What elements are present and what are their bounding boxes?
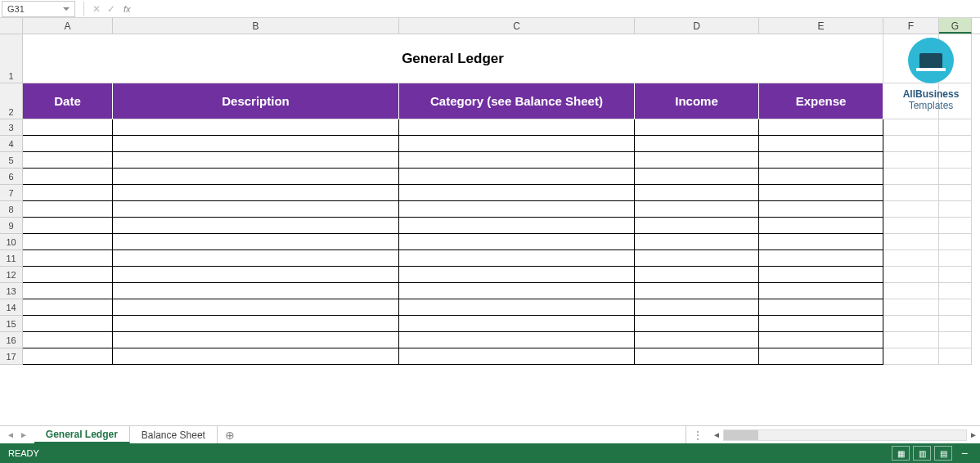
fx-label[interactable]: fx — [124, 4, 131, 14]
cell[interactable] — [635, 299, 759, 316]
scroll-left-icon[interactable]: ◄ — [710, 430, 723, 439]
cell[interactable] — [23, 152, 113, 169]
chevron-down-icon[interactable] — [63, 7, 70, 11]
cell[interactable] — [399, 136, 635, 152]
cell[interactable] — [23, 119, 113, 136]
header-category[interactable]: Category (see Balance Sheet) — [399, 83, 635, 119]
cell[interactable] — [113, 136, 399, 152]
row-header[interactable]: 4 — [0, 136, 23, 152]
cell[interactable] — [759, 152, 883, 169]
cell[interactable] — [635, 136, 759, 152]
cell[interactable] — [113, 201, 399, 218]
cell[interactable] — [635, 332, 759, 348]
cell[interactable] — [883, 119, 939, 136]
cell[interactable] — [883, 299, 939, 316]
column-header[interactable]: F — [883, 18, 939, 34]
cell[interactable] — [883, 152, 939, 169]
cell[interactable] — [883, 332, 939, 348]
cell[interactable] — [939, 218, 972, 234]
cell[interactable] — [23, 218, 113, 234]
cell[interactable] — [759, 201, 883, 218]
cell[interactable] — [939, 250, 972, 267]
cancel-formula-icon[interactable]: ✕ — [89, 3, 104, 15]
cell[interactable] — [883, 234, 939, 250]
cell[interactable] — [113, 299, 399, 316]
page-layout-view-icon[interactable]: ▥ — [913, 446, 931, 461]
row-header[interactable]: 6 — [0, 169, 23, 185]
cell[interactable] — [399, 169, 635, 185]
column-header[interactable]: E — [759, 18, 883, 34]
tab-prev-icon[interactable]: ◄ — [7, 430, 15, 439]
row-header[interactable]: 12 — [0, 267, 23, 283]
cell[interactable] — [883, 185, 939, 201]
cell[interactable] — [113, 218, 399, 234]
cell[interactable] — [759, 169, 883, 185]
cell[interactable] — [939, 332, 972, 348]
cell[interactable] — [113, 250, 399, 267]
cell[interactable] — [939, 185, 972, 201]
cell[interactable] — [759, 218, 883, 234]
cell[interactable] — [23, 267, 113, 283]
cell[interactable] — [399, 152, 635, 169]
cell[interactable] — [399, 299, 635, 316]
cell[interactable] — [883, 283, 939, 299]
cell[interactable] — [399, 119, 635, 136]
cell[interactable] — [883, 250, 939, 267]
sheet-tab[interactable]: Balance Sheet — [130, 426, 218, 443]
row-header[interactable]: 2 — [0, 83, 23, 119]
cell[interactable] — [399, 348, 635, 365]
cell[interactable] — [113, 152, 399, 169]
row-header[interactable]: 8 — [0, 201, 23, 218]
tab-split-handle[interactable]: ⋮ — [686, 429, 710, 441]
cell[interactable] — [23, 136, 113, 152]
cell[interactable] — [113, 119, 399, 136]
cell[interactable] — [635, 169, 759, 185]
column-header[interactable]: G — [939, 18, 972, 34]
scroll-track[interactable] — [723, 429, 967, 441]
new-sheet-button[interactable]: ⊕ — [218, 426, 242, 443]
row-header[interactable]: 13 — [0, 283, 23, 299]
page-break-view-icon[interactable]: ▤ — [934, 446, 952, 461]
cell[interactable] — [399, 267, 635, 283]
row-header[interactable]: 15 — [0, 316, 23, 332]
cell[interactable] — [759, 283, 883, 299]
cell[interactable] — [23, 201, 113, 218]
header-income[interactable]: Income — [635, 83, 759, 119]
cell[interactable] — [939, 299, 972, 316]
cell[interactable] — [883, 316, 939, 332]
zoom-out-icon[interactable]: − — [957, 447, 972, 460]
cell[interactable] — [939, 201, 972, 218]
cell[interactable] — [113, 316, 399, 332]
sheet-tab[interactable]: General Ledger — [34, 426, 130, 443]
tab-next-icon[interactable]: ► — [20, 430, 28, 439]
select-all-corner[interactable] — [0, 18, 23, 34]
cell[interactable] — [635, 152, 759, 169]
row-header[interactable]: 16 — [0, 332, 23, 348]
cell[interactable] — [883, 169, 939, 185]
cell[interactable] — [759, 299, 883, 316]
cell[interactable] — [939, 283, 972, 299]
cell[interactable] — [939, 119, 972, 136]
scroll-thumb[interactable] — [724, 430, 758, 440]
cell[interactable] — [113, 332, 399, 348]
cell[interactable] — [23, 234, 113, 250]
column-header[interactable]: A — [23, 18, 113, 34]
row-header[interactable]: 10 — [0, 234, 23, 250]
cell[interactable] — [635, 250, 759, 267]
cell[interactable] — [759, 234, 883, 250]
cell[interactable] — [113, 185, 399, 201]
cell[interactable] — [759, 119, 883, 136]
header-date[interactable]: Date — [23, 83, 113, 119]
header-description[interactable]: Description — [113, 83, 399, 119]
cell[interactable] — [635, 283, 759, 299]
cell[interactable] — [939, 152, 972, 169]
cell[interactable] — [759, 185, 883, 201]
cell[interactable] — [23, 299, 113, 316]
cell[interactable] — [939, 316, 972, 332]
cell[interactable] — [635, 218, 759, 234]
column-header[interactable]: B — [113, 18, 399, 34]
cell[interactable] — [883, 136, 939, 152]
cell[interactable] — [113, 348, 399, 365]
cell[interactable] — [113, 169, 399, 185]
cell[interactable] — [399, 201, 635, 218]
